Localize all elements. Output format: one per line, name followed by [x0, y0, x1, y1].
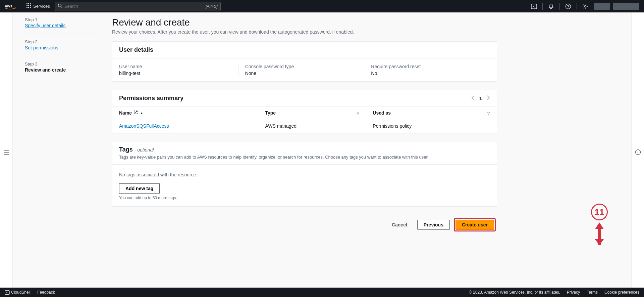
field-value: billing-test: [119, 71, 238, 76]
page-description: Review your choices. After you create th…: [112, 29, 497, 35]
add-new-tag-button[interactable]: Add new tag: [119, 183, 160, 194]
console-password-type-field: Console password type None: [238, 64, 364, 76]
column-header-type[interactable]: Type ▽: [258, 107, 366, 119]
column-type-label: Type: [265, 110, 276, 116]
info-button[interactable]: [635, 18, 641, 288]
svg-rect-9: [30, 7, 31, 8]
step-link-set-permissions[interactable]: Set permissions: [25, 45, 99, 50]
previous-button[interactable]: Previous: [417, 220, 450, 230]
column-name-label: Name: [119, 110, 132, 116]
svg-rect-4: [26, 5, 28, 6]
user-name-field: User name billing-test: [119, 64, 238, 76]
field-label: Require password reset: [371, 64, 490, 69]
permissions-table: Name ▲: [112, 107, 497, 133]
external-link-icon: [133, 110, 138, 116]
annotation-callout: 11: [591, 204, 608, 248]
search-icon: [58, 3, 62, 9]
footer: CloudShell Feedback © 2023, Amazon Web S…: [0, 288, 644, 297]
policy-used-as: Permissions policy: [366, 119, 497, 133]
policy-type: AWS managed: [258, 119, 366, 133]
column-header-name[interactable]: Name ▲: [112, 107, 258, 119]
svg-line-11: [61, 6, 62, 8]
nav-divider: [577, 3, 577, 10]
svg-point-16: [585, 5, 586, 7]
annotation-number: 11: [591, 204, 608, 220]
services-label: Services: [33, 4, 50, 9]
tags-card: Tags - optional Tags are key-value pairs…: [112, 141, 497, 207]
cancel-button[interactable]: Cancel: [386, 220, 413, 229]
grid-icon: [26, 3, 31, 9]
search-input[interactable]: [64, 4, 206, 9]
svg-rect-2: [28, 3, 29, 4]
svg-rect-6: [30, 5, 31, 6]
previous-page-button[interactable]: [471, 95, 475, 101]
search-box[interactable]: [Alt+S]: [55, 2, 221, 11]
step-label: Step 2: [25, 39, 99, 44]
table-row: AmazonSQSFullAccess AWS managed Permissi…: [112, 119, 497, 133]
action-bar: Cancel Previous Create user: [112, 215, 497, 235]
step-2: Step 2 Set permissions: [25, 34, 99, 56]
region-selector[interactable]: [594, 3, 610, 10]
services-button[interactable]: Services: [26, 3, 50, 9]
nav-divider: [542, 3, 543, 10]
wizard-steps: Step 1 Specify user details Step 2 Set p…: [25, 17, 112, 235]
step-current-review-and-create: Review and create: [25, 67, 99, 73]
hamburger-button[interactable]: [4, 18, 9, 288]
permissions-heading: Permissions summary: [119, 95, 183, 102]
settings-icon[interactable]: [580, 1, 590, 11]
help-icon[interactable]: [563, 1, 573, 11]
sort-ascending-icon: ▲: [140, 111, 143, 115]
cookie-preferences-link[interactable]: Cookie preferences: [604, 290, 639, 295]
annotation-arrow-icon: [594, 222, 605, 248]
svg-rect-3: [30, 3, 31, 4]
aws-logo[interactable]: aws: [5, 3, 16, 9]
permissions-summary-card: Permissions summary 1: [112, 90, 497, 133]
field-value: None: [245, 71, 364, 76]
privacy-link[interactable]: Privacy: [567, 290, 580, 295]
require-password-reset-field: Require password reset No: [364, 64, 490, 76]
next-page-button[interactable]: [487, 95, 490, 101]
tags-heading: Tags - optional: [119, 146, 490, 153]
terms-link[interactable]: Terms: [587, 290, 598, 295]
sort-icon: ▽: [487, 111, 490, 115]
svg-text:aws: aws: [5, 3, 13, 8]
cloudshell-label: CloudShell: [11, 290, 31, 295]
field-value: No: [371, 71, 490, 76]
cloudshell-footer-button[interactable]: CloudShell: [5, 290, 31, 295]
no-tags-text: No tags associated with the resource.: [119, 165, 490, 183]
step-label: Step 1: [25, 17, 99, 22]
side-collapse-col: [0, 12, 13, 288]
search-shortcut: [Alt+S]: [206, 4, 218, 9]
step-1: Step 1 Specify user details: [25, 17, 99, 34]
svg-rect-7: [26, 7, 28, 8]
notifications-icon[interactable]: [546, 1, 556, 11]
tags-optional: - optional: [135, 147, 154, 153]
content-area: Step 1 Specify user details Step 2 Set p…: [13, 12, 631, 288]
tags-heading-text: Tags: [119, 146, 133, 153]
column-header-used-as[interactable]: Used as ▽: [366, 107, 497, 119]
svg-point-15: [568, 7, 569, 8]
create-user-button[interactable]: Create user: [455, 220, 494, 230]
page-number: 1: [479, 95, 482, 101]
step-link-specify-user-details[interactable]: Specify user details: [25, 23, 99, 28]
nav-divider: [559, 3, 560, 10]
svg-line-20: [136, 111, 138, 113]
policy-link[interactable]: AmazonSQSFullAccess: [119, 123, 169, 129]
top-nav: aws Services [Alt+S]: [0, 0, 644, 12]
feedback-link[interactable]: Feedback: [37, 290, 55, 295]
cloudshell-icon[interactable]: [529, 1, 539, 11]
nav-divider: [23, 3, 23, 10]
main-content: Review and create Review your choices. A…: [112, 17, 497, 235]
page-title: Review and create: [112, 17, 497, 28]
svg-point-10: [58, 4, 61, 7]
user-details-card: User details User name billing-test Cons…: [112, 41, 497, 82]
step-label: Step 3: [25, 61, 99, 67]
step-3: Step 3 Review and create: [25, 56, 99, 78]
copyright-text: © 2023, Amazon Web Services, Inc. or its…: [469, 290, 560, 295]
account-menu[interactable]: [613, 3, 639, 10]
create-user-highlight: Create user: [454, 218, 496, 231]
help-panel-col: [631, 12, 644, 288]
field-label: User name: [119, 64, 238, 69]
pagination: 1: [471, 95, 490, 101]
svg-rect-5: [28, 5, 29, 6]
